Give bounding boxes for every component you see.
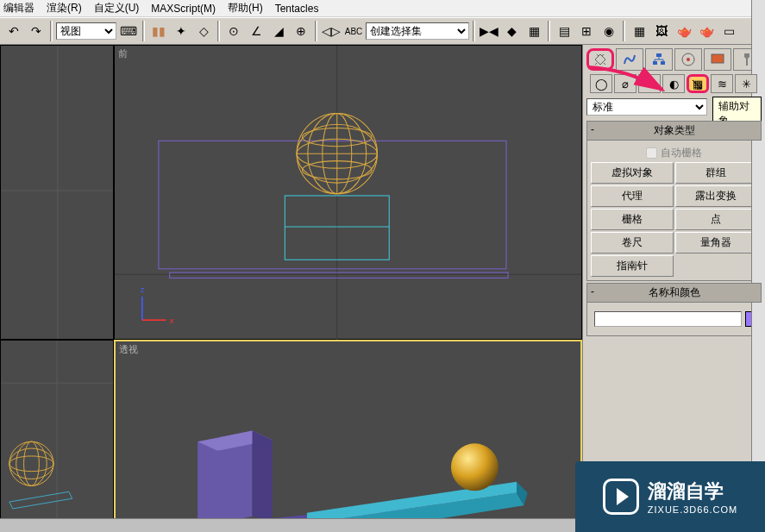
viewport-left[interactable] [0, 340, 114, 532]
point-button[interactable]: 点 [675, 209, 758, 230]
spacewarps-sub-icon[interactable]: ≋ [711, 74, 733, 93]
tape-button[interactable]: 卷尺 [591, 232, 674, 253]
mirror-icon[interactable]: ◁▷ [321, 21, 342, 41]
viewport-perspective[interactable]: 透视 [114, 340, 582, 532]
svg-rect-39 [661, 61, 665, 65]
helpers-sub-icon[interactable]: ▦ [687, 74, 709, 93]
svg-marker-31 [253, 431, 273, 521]
svg-text:x: x [170, 316, 174, 325]
menu-maxscript[interactable]: MAXScript(M) [151, 3, 216, 15]
svg-marker-28 [9, 491, 72, 509]
auto-grid-checkbox [646, 147, 657, 159]
spinner-snap-icon[interactable]: ⊕ [291, 21, 311, 41]
shapes-sub-icon[interactable]: ⌀ [614, 74, 636, 93]
command-tabs [586, 48, 762, 71]
motion-tab[interactable] [674, 48, 702, 71]
percent-snap-icon[interactable]: ◢ [268, 21, 289, 41]
display-tab[interactable] [704, 48, 731, 71]
named-selection-select[interactable]: 创建选择集 [366, 22, 469, 40]
viewport-top[interactable] [0, 45, 114, 340]
crowd-button[interactable]: 群组 [675, 162, 758, 184]
menu-render[interactable]: 渲染(R) [47, 1, 82, 16]
svg-rect-5 [170, 272, 508, 278]
curve-editor-icon[interactable]: ▤ [554, 21, 574, 41]
viewport-front-label: 前 [118, 47, 128, 60]
modify-tab[interactable] [616, 48, 643, 71]
schematic-icon[interactable]: ⊞ [576, 21, 597, 41]
mirror-tool-icon[interactable]: ▶◀ [479, 21, 499, 41]
compass-button[interactable]: 指南针 [591, 255, 674, 277]
watermark: 溜溜自学 ZIXUE.3D66.COM [575, 461, 765, 532]
svg-point-41 [687, 58, 690, 61]
viewports-container: 前 [0, 45, 582, 532]
hierarchy-tab[interactable] [645, 48, 673, 71]
viewport-front[interactable]: 前 [114, 45, 582, 340]
create-subtabs: ◯ ⌀ ✦ ◐ ▦ ≋ ✳ [586, 74, 762, 93]
render-setup-icon[interactable]: 🫖 [696, 21, 717, 41]
select-filter-icon[interactable]: ▮▮ [148, 21, 169, 41]
menu-bar: 编辑器 渲染(R) 自定义(U) MAXScript(M) 帮助(H) Tent… [0, 0, 765, 17]
viewport-front-content: z x [115, 46, 581, 357]
viewport-top-content [1, 46, 113, 339]
create-tab[interactable] [586, 48, 614, 71]
material-edit-icon[interactable]: ◉ [599, 21, 619, 41]
geometry-sub-icon[interactable]: ◯ [590, 74, 612, 93]
expose-tm-button[interactable]: 露出变换 [675, 185, 758, 207]
svg-rect-42 [712, 54, 724, 63]
keyboard-shortcut-icon[interactable]: ⌨ [118, 21, 139, 41]
undo-icon[interactable]: ↶ [3, 21, 24, 41]
render-last-icon[interactable]: ▭ [718, 21, 739, 41]
viewport-perspective-content [116, 341, 580, 532]
render-frame-icon[interactable]: 🖼 [651, 21, 672, 41]
viewport-left-content [1, 341, 113, 530]
delegate-button[interactable]: 代理 [591, 185, 674, 207]
render-scene-icon[interactable]: ▦ [629, 21, 649, 41]
menu-help[interactable]: 帮助(H) [228, 1, 263, 16]
svg-rect-37 [656, 53, 662, 57]
systems-sub-icon[interactable]: ✳ [735, 74, 757, 93]
svg-point-36 [451, 443, 499, 491]
menu-custom[interactable]: 自定义(U) [94, 1, 140, 16]
object-name-input[interactable] [594, 311, 742, 327]
quick-render-icon[interactable]: 🫖 [674, 21, 694, 41]
rollout-name-color-body [586, 303, 762, 336]
main-toolbar: ↶ ↷ 视图 ⌨ ▮▮ ✦ ◇ ⊙ ∠ ◢ ⊕ ◁▷ ABC 创建选择集 ▶◀ … [0, 17, 765, 45]
redo-icon[interactable]: ↷ [26, 21, 47, 41]
menu-editor[interactable]: 编辑器 [3, 1, 34, 16]
unlink-icon[interactable]: ◇ [193, 21, 214, 41]
snap-toggle-icon[interactable]: ⊙ [223, 21, 244, 41]
command-panel: ◯ ⌀ ✦ ◐ ▦ ≋ ✳ 标准 辅助对象 -对象类型 自动栅格 [582, 45, 765, 532]
svg-rect-38 [653, 61, 657, 65]
auto-grid-label: 自动栅格 [661, 146, 702, 160]
viewport-perspective-label: 透视 [119, 343, 138, 356]
rollout-object-type-header[interactable]: -对象类型 [586, 121, 762, 141]
watermark-en: ZIXUE.3D66.COM [648, 504, 737, 515]
viewport-type-select[interactable]: 视图 [56, 22, 116, 40]
watermark-play-icon [603, 479, 639, 515]
main-area: 前 [0, 45, 765, 532]
svg-rect-4 [159, 141, 506, 269]
dummy-button[interactable]: 虚拟对象 [591, 162, 674, 184]
erase-icon[interactable]: ◆ [501, 21, 522, 41]
svg-text:z: z [141, 285, 145, 294]
watermark-cn: 溜溜自学 [648, 479, 737, 504]
layer-icon[interactable]: ▦ [524, 21, 544, 41]
angle-snap-icon[interactable]: ∠ [246, 21, 266, 41]
select-link-icon[interactable]: ✦ [171, 21, 191, 41]
cameras-sub-icon[interactable]: ◐ [662, 74, 685, 93]
helper-category-select[interactable]: 标准 [586, 98, 707, 116]
grid-button[interactable]: 栅格 [591, 209, 674, 230]
menu-tentacles[interactable]: Tentacles [275, 3, 319, 15]
align-icon[interactable]: ABC [343, 21, 364, 41]
rollout-object-type-body: 自动栅格 虚拟对象 群组 代理 露出变换 栅格 点 卷尺 量角器 指南针 [586, 141, 762, 281]
lights-sub-icon[interactable]: ✦ [638, 74, 661, 93]
protractor-button[interactable]: 量角器 [675, 232, 758, 253]
rollout-name-color-header[interactable]: -名称和颜色 [586, 283, 762, 303]
